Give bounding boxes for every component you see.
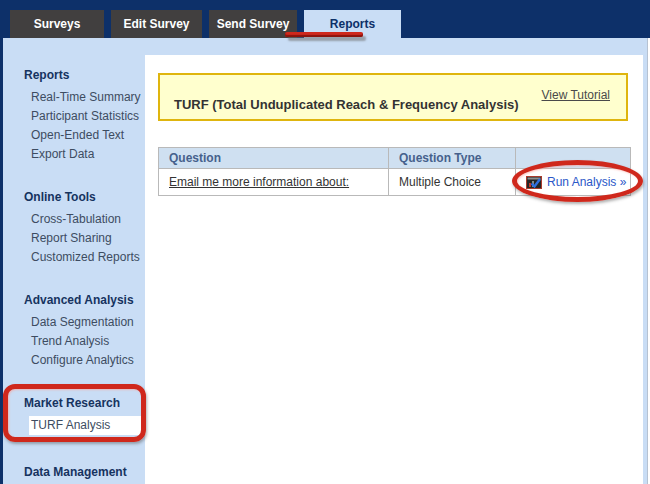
sidebar-section-reports: Reports Real-Time Summary Participant St… <box>0 68 145 164</box>
action-cell: Run Analysis » <box>516 169 631 196</box>
tab-edit-survey[interactable]: Edit Survey <box>111 10 202 38</box>
sidebar-item-configure-analytics[interactable]: Configure Analytics <box>0 351 145 370</box>
tab-surveys[interactable]: Surveys <box>10 10 104 38</box>
sidebar-item-open-ended-text[interactable]: Open-Ended Text <box>0 126 145 145</box>
sidebar-item-cross-tabulation[interactable]: Cross-Tabulation <box>0 210 145 229</box>
main-content: TURF (Total Unduplicated Reach & Frequen… <box>145 55 643 484</box>
sidebar-section-market-research: Market Research TURF Analysis <box>0 396 145 435</box>
sidebar-section-online-tools: Online Tools Cross-Tabulation Report Sha… <box>0 190 145 267</box>
question-type-cell: Multiple Choice <box>389 169 516 196</box>
sidebar-item-real-time-summary[interactable]: Real-Time Summary <box>0 88 145 107</box>
run-analysis-icon[interactable] <box>526 176 542 189</box>
turf-banner: TURF (Total Unduplicated Reach & Frequen… <box>158 73 628 121</box>
sidebar-item-customized-reports[interactable]: Customized Reports <box>0 248 145 267</box>
sidebar-item-participant-statistics[interactable]: Participant Statistics <box>0 107 145 126</box>
sidebar-section-advanced-analysis: Advanced Analysis Data Segmentation Tren… <box>0 293 145 370</box>
question-link[interactable]: Email me more information about: <box>169 175 349 189</box>
tab-reports[interactable]: Reports <box>304 10 401 38</box>
page-title: TURF (Total Unduplicated Reach & Frequen… <box>174 97 519 112</box>
sidebar-item-report-sharing[interactable]: Report Sharing <box>0 229 145 248</box>
question-table: Question Question Type Email me more inf… <box>158 147 631 196</box>
view-tutorial-link[interactable]: View Tutorial <box>542 88 610 102</box>
sidebar-section-title: Market Research <box>0 396 145 411</box>
sidebar-item-data-segmentation[interactable]: Data Segmentation <box>0 313 145 332</box>
run-analysis-link[interactable]: Run Analysis » <box>547 175 626 189</box>
sidebar-section-title: Online Tools <box>0 190 145 205</box>
table-header-row: Question Question Type <box>159 148 631 169</box>
sidebar-section-title: Data Management <box>0 465 145 480</box>
sidebar-section-title: Reports <box>0 68 145 83</box>
column-header-action <box>516 148 631 169</box>
sidebar-section-data-management: Data Management <box>0 465 145 480</box>
sidebar-item-export-data[interactable]: Export Data <box>0 145 145 164</box>
tab-strip: Surveys Edit Survey Send Survey Reports <box>10 10 401 38</box>
tab-send-survey[interactable]: Send Survey <box>209 10 297 38</box>
top-navigation-bar: Surveys Edit Survey Send Survey Reports <box>0 0 650 38</box>
column-header-question-type: Question Type <box>389 148 516 169</box>
sidebar-section-title: Advanced Analysis <box>0 293 145 308</box>
column-header-question: Question <box>159 148 389 169</box>
table-row: Email me more information about: Multipl… <box>159 169 631 196</box>
page-left-border <box>0 0 3 484</box>
question-cell: Email me more information about: <box>159 169 389 196</box>
sidebar-item-turf-analysis[interactable]: TURF Analysis <box>29 416 147 435</box>
sidebar-item-trend-analysis[interactable]: Trend Analysis <box>0 332 145 351</box>
sidebar: Reports Real-Time Summary Participant St… <box>0 38 145 484</box>
